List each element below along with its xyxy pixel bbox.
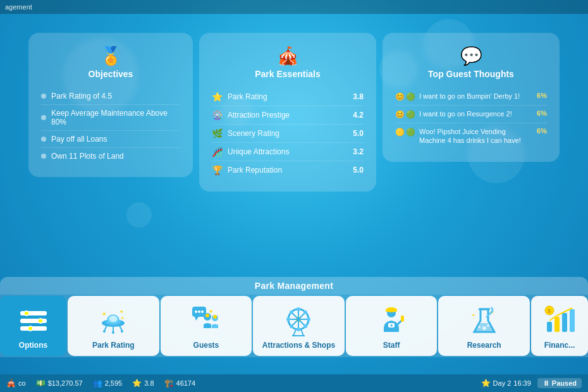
svg-point-56 [487, 324, 489, 327]
thought-emoji-1a: 😊 [395, 92, 405, 101]
park-rating-icon: ★ ★ ★ [97, 304, 130, 337]
thoughts-panel: 💬 Top Guest Thoughts 😊 🟢 I want to go on… [383, 33, 560, 162]
objectives-title: Objectives [89, 69, 133, 79]
status-rating: ⭐ 3.8 [132, 379, 154, 388]
tab-staff-label: Staff [383, 341, 400, 350]
tab-staff[interactable]: ★ Staff [346, 296, 438, 356]
status-game-icon: 🎪 [6, 379, 16, 388]
thought-pct-2: 6% [537, 109, 547, 117]
thoughts-icon: 💬 [460, 46, 482, 66]
ess-row-2: 🎡 Attraction Prestige 4.2 [212, 106, 364, 125]
thought-emoji-2b: 🟢 [406, 110, 415, 119]
svg-point-4 [38, 318, 43, 323]
svg-point-9 [109, 315, 117, 322]
thought-emoji-3b: 🟢 [406, 128, 415, 137]
tab-guests[interactable]: ★ Guests [161, 296, 252, 356]
thought-pct-1: 6% [537, 92, 547, 99]
tab-guests-label: Guests [193, 341, 219, 350]
title-bar: agement [0, 0, 588, 14]
status-guests: 👥 2,595 [93, 379, 123, 388]
paused-label: Paused [552, 379, 577, 387]
ess-label-5: Park Reputation [228, 166, 282, 175]
day-icon: ⭐ [481, 379, 491, 388]
essentials-icon: 🎪 [277, 46, 299, 66]
ess-value-3: 5.0 [353, 129, 364, 138]
svg-marker-20 [195, 317, 199, 321]
tab-research[interactable]: ✦ ✦ Research [438, 296, 530, 356]
svg-point-38 [307, 317, 310, 321]
obj-item-2: Keep Average Maintenance Above 80% [41, 105, 180, 131]
paused-button[interactable]: ⏸ Paused [537, 378, 582, 388]
staff-icon: ★ [375, 304, 408, 337]
guests-icon: ★ [190, 304, 223, 337]
ess-label-2: Attraction Prestige [228, 111, 290, 119]
svg-rect-59 [547, 322, 552, 332]
svg-text:★: ★ [209, 309, 213, 314]
svg-line-13 [104, 326, 107, 331]
svg-line-15 [119, 326, 122, 331]
thought-emoji-3a: 🟡 [395, 128, 405, 137]
obj-text-1: Park Rating of 4.5 [51, 92, 112, 101]
ess-icon-2: 🎡 [212, 110, 223, 120]
status-money: 💵 $13,270.57 [36, 379, 83, 388]
park-mgmt-tabs: Options ★ ★ ★ [0, 295, 588, 357]
tab-options[interactable]: Options [0, 296, 66, 356]
land-status-icon: 🏗️ [164, 379, 174, 388]
obj-text-4: Own 11 Plots of Land [51, 152, 124, 161]
objectives-panel: 🏅 Objectives Park Rating of 4.5 Keep Ave… [28, 33, 193, 177]
tab-finance[interactable]: $ Financ... [531, 296, 588, 356]
park-mgmt-title: Park Management [255, 281, 333, 291]
status-right: ⭐ Day 2 16:39 ⏸ Paused [481, 378, 582, 388]
thought-text-2: I want to go on Resurgence 2! [419, 109, 533, 118]
svg-rect-61 [562, 313, 567, 332]
obj-dot-4 [41, 154, 46, 159]
svg-text:★: ★ [119, 309, 123, 314]
thought-pct-3: 6% [537, 127, 547, 135]
status-land-value: 46174 [176, 379, 196, 387]
title-bar-text: agement [5, 3, 32, 11]
essentials-title: Park Essentials [255, 69, 321, 79]
ess-label-4: Unique Attractions [228, 147, 289, 156]
objectives-header: 🏅 Objectives [41, 46, 180, 79]
ess-label-1: Park Rating [228, 92, 267, 101]
ess-row-4: 🎢 Unique Attractions 3.2 [212, 143, 364, 161]
research-icon: ✦ ✦ [468, 304, 501, 337]
svg-point-16 [103, 330, 106, 333]
svg-point-5 [28, 326, 33, 331]
svg-text:★: ★ [389, 323, 393, 328]
status-bar: 🎪 co 💵 $13,270.57 👥 2,595 ⭐ 3.8 🏗️ 46174… [0, 374, 588, 392]
status-game: 🎪 co [6, 379, 26, 388]
ess-value-5: 5.0 [353, 166, 364, 175]
ess-value-4: 3.2 [353, 147, 364, 156]
svg-point-39 [290, 310, 293, 314]
svg-point-21 [195, 310, 197, 313]
svg-text:✦: ✦ [472, 313, 475, 317]
thought-item-3: 🟡 🟢 Woo! Pipshot Juice Vending Machine 4… [395, 123, 547, 149]
svg-point-54 [478, 326, 481, 328]
tab-finance-label: Financ... [544, 341, 575, 350]
attractions-icon [282, 304, 315, 337]
svg-line-43 [293, 329, 296, 336]
obj-dot-2 [41, 115, 46, 120]
svg-point-40 [303, 324, 307, 328]
status-time-value: 16:39 [513, 379, 531, 387]
essentials-panel: 🎪 Park Essentials ⭐ Park Rating 3.8 🎡 At… [199, 33, 376, 192]
ess-row-1: ⭐ Park Rating 3.8 [212, 88, 364, 106]
ess-value-2: 4.2 [353, 111, 364, 119]
tab-park-rating[interactable]: ★ ★ ★ Park Rating [68, 296, 159, 356]
svg-rect-2 [20, 326, 47, 331]
obj-dot-3 [41, 137, 46, 142]
thought-emoji-1b: 🟢 [406, 92, 415, 101]
guests-status-icon: 👥 [93, 379, 102, 388]
tab-attractions-label: Attractions & Shops [262, 341, 335, 350]
thought-item-1: 😊 🟢 I want to go on Bumpin' Derby 1! 6% [395, 88, 547, 106]
svg-point-36 [297, 328, 300, 331]
svg-point-18 [121, 330, 123, 333]
thought-text-3: Woo! Pipshot Juice Vending Machine 4 has… [419, 127, 533, 145]
park-mgmt-header: Park Management [0, 277, 588, 295]
thought-item-2: 😊 🟢 I want to go on Resurgence 2! 6% [395, 106, 547, 123]
ess-icon-4: 🎢 [212, 147, 223, 157]
svg-line-44 [301, 329, 303, 336]
obj-item-3: Pay off all Loans [41, 131, 180, 148]
tab-attractions[interactable]: Attractions & Shops [253, 296, 345, 356]
